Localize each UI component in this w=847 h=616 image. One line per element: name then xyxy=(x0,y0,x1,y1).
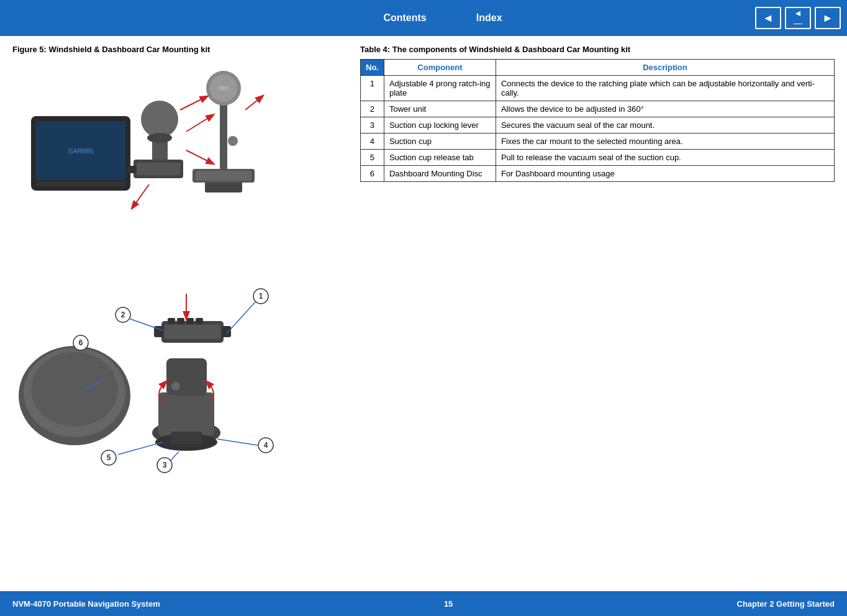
suction-locking xyxy=(171,432,202,444)
ratchet-top-detail xyxy=(165,325,220,339)
suction-cup-top xyxy=(141,101,178,138)
label-text-6: 6 xyxy=(79,338,83,347)
cup-seal xyxy=(147,133,172,143)
table-row: 5Suction cup release tabPull to release … xyxy=(361,150,835,166)
adj-knob xyxy=(228,136,238,146)
cell-description-5: Pull to release the vacuum seal of the s… xyxy=(496,150,834,166)
back-icon: ◄ xyxy=(763,12,774,25)
next-page-button[interactable]: ► xyxy=(815,7,841,29)
footer-center: 15 xyxy=(444,599,453,609)
footer-left: NVM-4070 Portable Navigation System xyxy=(12,599,160,609)
disc-surface xyxy=(31,352,118,427)
cell-description-1: Connects the device to the ratching plat… xyxy=(496,76,834,101)
label-text-3: 3 xyxy=(163,461,167,469)
cell-description-2: Allows the device to be adjusted in 360° xyxy=(496,101,834,117)
device-bottom-bar xyxy=(36,181,125,186)
arrow-right xyxy=(245,97,261,110)
prong-3 xyxy=(186,318,194,324)
right-column: Table 4: The components of Windshield & … xyxy=(360,45,835,582)
next-icon: ► xyxy=(822,12,833,25)
suction-ring xyxy=(217,86,230,91)
cell-component-2: Tower unit xyxy=(384,101,496,117)
table-row: 4Suction cupFixes the car mount to the s… xyxy=(361,134,835,150)
prev-icon: ◄— xyxy=(794,8,802,28)
components-table: No. Component Description 1Adjustable 4 … xyxy=(360,59,835,182)
main-content: Figure 5: Windshield & Dashboard Car Mou… xyxy=(0,36,847,591)
ratchet-detail xyxy=(137,163,180,175)
bottom-diagram-svg: 1 2 6 4 5 3 xyxy=(12,259,323,470)
top-nav-right: ◄ ◄— ► xyxy=(755,7,841,29)
top-diagram-svg: GARMIN xyxy=(12,60,323,253)
table-header-row: No. Component Description xyxy=(361,60,835,76)
device-brand: GARMIN xyxy=(68,148,93,155)
tower-neck xyxy=(166,358,207,396)
base-plate xyxy=(205,181,242,192)
arrow-up xyxy=(180,97,205,110)
index-button[interactable]: Index xyxy=(470,10,509,26)
prong-4 xyxy=(196,318,203,324)
footer-right: Chapter 2 Getting Started xyxy=(737,599,835,609)
cell-description-4: Fixes the car mount to the selected moun… xyxy=(496,134,834,150)
figure-title: Figure 5: Windshield & Dashboard Car Mou… xyxy=(12,45,342,54)
top-navigation-bar: Contents Index ◄ ◄— ► xyxy=(0,0,847,36)
header-description: Description xyxy=(496,60,834,76)
prev-page-button[interactable]: ◄— xyxy=(785,7,811,29)
cell-no-2: 2 xyxy=(361,101,384,117)
tower-lower xyxy=(158,392,214,436)
ratchet-right xyxy=(222,326,231,337)
cell-component-1: Adjustable 4 prong ratch-ing plate xyxy=(384,76,496,101)
clamp-detail xyxy=(196,171,251,181)
cell-no-4: 4 xyxy=(361,134,384,150)
arm-connector xyxy=(127,166,137,173)
line-1 xyxy=(227,299,258,333)
cell-description-6: For Dashboard mounting usage xyxy=(496,166,834,182)
label-text-5: 5 xyxy=(107,453,111,462)
contents-button[interactable]: Contents xyxy=(377,10,432,26)
cell-no-6: 6 xyxy=(361,166,384,182)
cell-no-3: 3 xyxy=(361,117,384,134)
line-5 xyxy=(118,442,163,455)
table-title: Table 4: The components of Windshield & … xyxy=(360,45,835,54)
figure-top-diagram: GARMIN xyxy=(12,60,323,253)
cell-component-3: Suction cup locking lever xyxy=(384,117,496,134)
left-column: Figure 5: Windshield & Dashboard Car Mou… xyxy=(12,45,342,582)
cell-description-3: Secures the vacuum seal of the car mount… xyxy=(496,117,834,134)
header-component: Component xyxy=(384,60,496,76)
table-row: 1Adjustable 4 prong ratch-ing plateConne… xyxy=(361,76,835,101)
table-row: 2Tower unitAllows the device to be adjus… xyxy=(361,101,835,117)
cell-component-5: Suction cup release tab xyxy=(384,150,496,166)
cell-component-4: Suction cup xyxy=(384,134,496,150)
back-button[interactable]: ◄ xyxy=(755,7,781,29)
footer-bar: NVM-4070 Portable Navigation System 15 C… xyxy=(0,591,847,616)
line-4 xyxy=(217,439,258,445)
arrow-1 xyxy=(186,116,211,132)
label-text-4: 4 xyxy=(264,441,268,450)
cell-no-5: 5 xyxy=(361,150,384,166)
cell-no-1: 1 xyxy=(361,76,384,101)
line-2 xyxy=(127,318,163,330)
table-row: 6Dashboard Mounting DiscFor Dashboard mo… xyxy=(361,166,835,182)
header-no: No. xyxy=(361,60,384,76)
arrow-3 xyxy=(134,184,149,206)
top-nav-center: Contents Index xyxy=(377,10,508,26)
label-text-1: 1 xyxy=(259,292,263,301)
arrow-2 xyxy=(186,150,211,163)
table-body: 1Adjustable 4 prong ratch-ing plateConne… xyxy=(361,76,835,182)
table-row: 3Suction cup locking leverSecures the va… xyxy=(361,117,835,134)
tower-button xyxy=(171,382,180,391)
prong-1 xyxy=(168,318,175,324)
cell-component-6: Dashboard Mounting Disc xyxy=(384,166,496,182)
label-text-2: 2 xyxy=(121,310,125,319)
prong-2 xyxy=(177,318,184,324)
figure-bottom-diagram: 1 2 6 4 5 3 xyxy=(12,259,323,470)
